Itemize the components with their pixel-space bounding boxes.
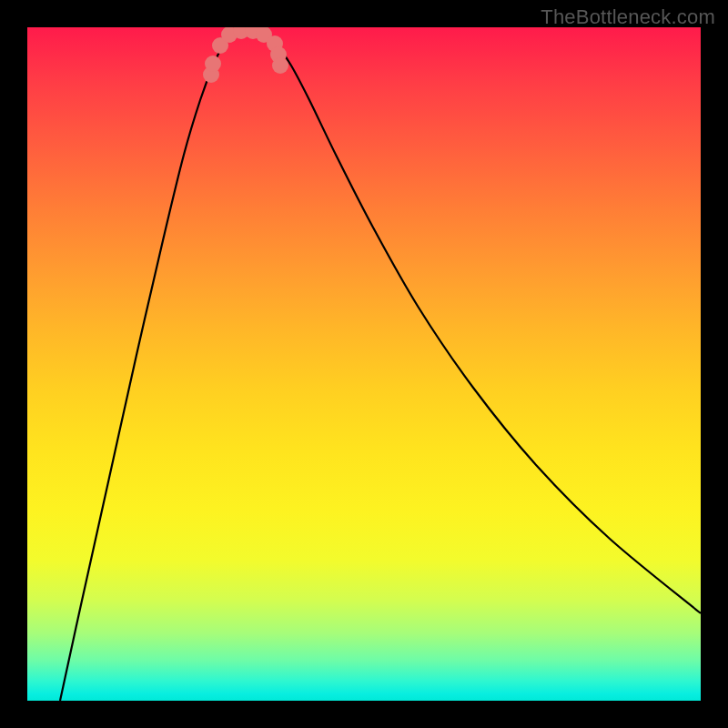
plot-area bbox=[27, 27, 701, 701]
watermark-text: TheBottleneck.com bbox=[541, 5, 715, 29]
chart-frame: TheBottleneck.com bbox=[0, 0, 728, 728]
curve-path bbox=[60, 30, 701, 701]
curve-markers bbox=[203, 27, 288, 83]
bottleneck-curve bbox=[27, 27, 701, 701]
curve-marker bbox=[205, 56, 221, 72]
curve-marker bbox=[272, 57, 288, 74]
